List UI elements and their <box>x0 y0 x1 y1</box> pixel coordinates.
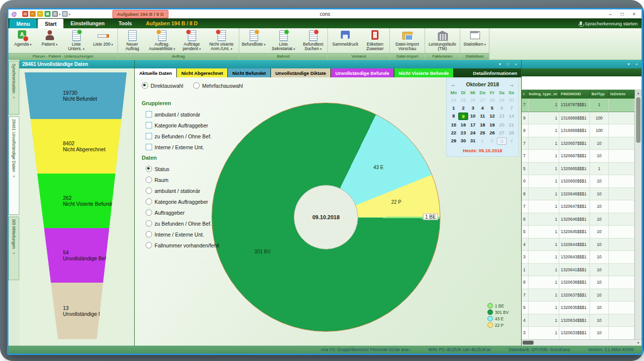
table-row[interactable]: 911316959$$$1100 <box>522 124 635 137</box>
scroll-right-icon[interactable]: ► <box>636 341 642 344</box>
popup-pin-icon[interactable]: ▾ <box>497 62 503 66</box>
horizontal-scroll-thumb[interactable] <box>523 341 534 345</box>
calendar-day-27[interactable]: 27 <box>497 129 506 136</box>
calendar-day-26[interactable]: 26 <box>487 129 497 136</box>
calendar-day-30[interactable]: 30 <box>507 97 516 103</box>
calendar-day-31[interactable]: 31 <box>468 137 478 145</box>
ribbon-button-aufträge-pendent[interactable]: Aufträge pendent▾ <box>178 29 205 53</box>
calendar-day-3[interactable]: 3 <box>468 105 478 111</box>
ribbon-button-liste-200[interactable]: Liste 200▾ <box>90 29 116 53</box>
funnel-panel-header[interactable]: 28461 Unvollständige Daten <box>19 60 134 68</box>
calendar-day-2[interactable]: 2 <box>487 137 497 145</box>
radio-fallnummer-vorhanden-fehlt[interactable]: Fallnummer vorhanden/fehlt <box>146 242 246 248</box>
tab-unvollständige-befunde[interactable]: Unvollständige Befunde <box>331 68 394 77</box>
calendar-day-14[interactable]: 14 <box>507 113 516 120</box>
calendar-day-25[interactable]: 25 <box>458 97 468 103</box>
calendar-day-7[interactable]: 7 <box>507 105 516 111</box>
side-tab-28461-unvollständige-daten[interactable]: 28461 Unvollständige Daten× <box>8 117 19 215</box>
table-row[interactable]: 511320635$$$110 <box>522 301 635 314</box>
funnel-segment-nicht-befundet[interactable]: 19730Nicht Befundet <box>21 72 132 119</box>
radio-ambulant-stationär[interactable]: ambulant / stationär <box>146 187 246 194</box>
side-tab-close-icon[interactable]: × <box>12 251 16 255</box>
table-row[interactable]: 711320667$$$110 <box>522 150 635 163</box>
table-pin-icon[interactable]: ▾ <box>626 62 632 66</box>
calendar-next-icon[interactable]: → <box>508 81 515 87</box>
tab-nicht-visierte-befunde[interactable]: Nicht Visierte Befunde <box>394 68 454 77</box>
calendar-day-3[interactable]: 3 <box>497 137 506 145</box>
tab-unvollständige-diktate[interactable]: Unvollständige Diktate <box>271 68 331 77</box>
table-row[interactable]: 311320633$$$110 <box>522 327 635 339</box>
ribbon-button-befundtext-suchen[interactable]: Befundtext Suchen▾ <box>300 29 326 53</box>
vertical-scroll-thumb[interactable] <box>636 97 641 143</box>
table-row[interactable]: 611320646$$$110 <box>522 213 635 226</box>
table-row[interactable]: 711316787$$$11 <box>522 98 635 112</box>
calendar-day-26[interactable]: 26 <box>468 97 478 103</box>
popup-maximize-icon[interactable]: □ <box>505 62 511 66</box>
scroll-up-icon[interactable]: ▲ <box>635 90 642 96</box>
column-header-beftyp[interactable]: BefTyp <box>590 90 609 98</box>
ribbon-button-patient[interactable]: Patient▾ <box>36 29 63 53</box>
menu-tab-einstellungen[interactable]: Einstellungen <box>63 18 111 28</box>
calendar-day-5[interactable]: 5 <box>487 105 497 111</box>
column-header-finding-type-nr[interactable]: finding_type_nr <box>529 90 559 98</box>
calendar-day-2[interactable]: 2 <box>458 105 468 111</box>
calendar-day-8[interactable]: 8 <box>449 113 458 120</box>
calendar-day-10[interactable]: 10 <box>468 113 478 120</box>
calendar-day-29[interactable]: 29 <box>449 137 458 145</box>
checkbox-kategorie-auftraggeber[interactable]: Kategorie Auftraggeber <box>146 122 246 128</box>
tab-aktuelle-daten[interactable]: Aktuelle Daten <box>135 68 177 77</box>
ribbon-button-liste-sekretariat[interactable]: Liste Sekretariat▾ <box>267 29 300 53</box>
table-row[interactable]: 411320634$$$110 <box>522 314 635 327</box>
calendar-day-28[interactable]: 28 <box>487 97 497 103</box>
column-header-findingid[interactable]: FINDINGID <box>559 90 590 98</box>
tab-nicht-befundet[interactable]: Nicht Befundet <box>228 68 271 77</box>
calendar-day-18[interactable]: 18 <box>478 121 487 128</box>
detail-informationen-link[interactable]: Detailinformationen <box>473 68 521 77</box>
calendar-day-25[interactable]: 25 <box>478 129 487 136</box>
funnel-segment-nicht-visierte-befunde[interactable]: 262Nicht Visierte Befunde <box>21 174 132 228</box>
calendar-day-30[interactable]: 30 <box>458 137 468 145</box>
table-row[interactable]: 811320638$$$110 <box>522 276 635 289</box>
menu-tab-start[interactable]: Start <box>38 19 63 28</box>
funnel-segment-unvollständige-diktate[interactable]: 13Unvollständige Diktate <box>21 283 132 339</box>
radio-interne-externe-unt[interactable]: Interne / Externe Unt. <box>146 231 246 238</box>
table-close-icon[interactable]: × <box>634 62 640 66</box>
table-row[interactable]: 311320643$$$110 <box>522 251 635 264</box>
menu-tab-tools[interactable]: Tools <box>111 18 139 28</box>
menu-tab-aufgaben-194-b-8-d[interactable]: Aufgaben 194 B / 8 D <box>139 18 204 28</box>
calendar-day-11[interactable]: 11 <box>478 113 487 120</box>
radio-zu-befunden-ohne-bef[interactable]: zu Befunden / Ohne Bef. <box>146 220 246 227</box>
calendar-day-16[interactable]: 16 <box>458 121 468 128</box>
ribbon-button-befundliste[interactable]: Befundliste▾ <box>240 29 267 53</box>
radio-auftraggeber[interactable]: Auftraggeber <box>146 209 246 216</box>
calendar-day-6[interactable]: 6 <box>497 105 506 111</box>
calendar-day-24[interactable]: 24 <box>468 129 478 136</box>
ribbon-button-etiketten-zuweiser[interactable]: Etiketten Zuweiser <box>362 29 388 53</box>
checkbox-zu-befunden-ohne-bef[interactable]: zu Befunden / Ohne Bef. <box>146 133 246 139</box>
horizontal-scrollbar[interactable]: ► <box>522 339 642 346</box>
calendar-day-27[interactable]: 27 <box>478 97 487 103</box>
calendar-day-19[interactable]: 19 <box>487 121 497 128</box>
column-header-r[interactable]: r <box>522 90 529 98</box>
calendar-day-23[interactable]: 23 <box>458 129 468 136</box>
side-tab-close-icon[interactable]: × <box>12 174 16 179</box>
table-row[interactable]: 811320648$$$110 <box>522 188 635 201</box>
calendar-prev-icon[interactable]: ← <box>450 81 457 87</box>
calendar-day-21[interactable]: 21 <box>507 121 516 128</box>
calendar-day-15[interactable]: 15 <box>449 121 458 128</box>
speech-recognition-button[interactable]: Spracherkennung starten <box>580 18 642 28</box>
radio-kategorie-auftraggeber[interactable]: Kategorie Auftraggeber <box>146 198 246 205</box>
calendar-day-28[interactable]: 28 <box>507 129 516 136</box>
radio-status[interactable]: Status <box>146 166 246 172</box>
column-header-isdelete[interactable]: IsDelete <box>609 90 635 98</box>
ribbon-button-datei-import-vorschau[interactable]: Datei-Import Vorschau <box>391 29 424 53</box>
tab-nicht-abgerechnet[interactable]: Nicht Abgerechnet <box>177 68 228 77</box>
table-row[interactable]: 511320645$$$110 <box>522 226 635 239</box>
calendar-day-1[interactable]: 1 <box>449 105 458 111</box>
calendar-day-17[interactable]: 17 <box>468 121 478 128</box>
ribbon-button-statistiken[interactable]: Statistiken▾ <box>461 29 488 53</box>
calendar-day-22[interactable]: 22 <box>449 129 458 136</box>
table-row[interactable]: 711320637$$$110 <box>522 289 635 302</box>
ribbon-button-liste-unters[interactable]: Liste Unters.▾ <box>63 29 90 53</box>
popup-close-icon[interactable]: × <box>513 62 519 66</box>
